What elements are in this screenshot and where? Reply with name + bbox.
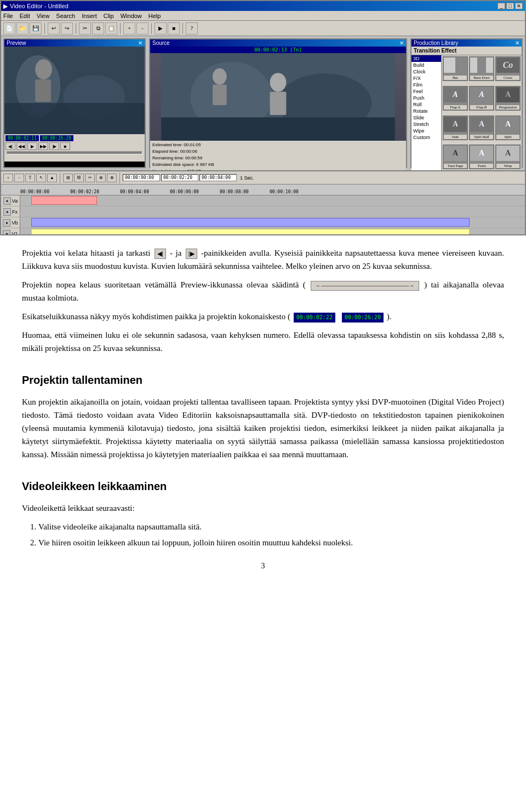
timecode-display-2: 00:00:26:20 xyxy=(342,313,384,323)
menu-window[interactable]: Window xyxy=(121,13,142,19)
effect-twist-preview: A xyxy=(470,146,493,161)
effect-flap-a[interactable]: A Flap A xyxy=(443,86,468,111)
redo-button[interactable]: ↪ xyxy=(61,22,73,34)
lib-cat-feel[interactable]: Feel xyxy=(411,88,441,95)
menu-view[interactable]: View xyxy=(37,13,50,19)
list-item-1-text: Valitse videoleike aikajanalta napsautta… xyxy=(38,522,202,531)
ruler-mark-0: 00:00:00:00 xyxy=(20,189,49,194)
svg-rect-3 xyxy=(4,103,145,134)
menu-file[interactable]: File xyxy=(3,13,13,19)
lib-cat-build[interactable]: Build xyxy=(411,62,441,68)
effect-barn-door[interactable]: Barn Door xyxy=(469,56,494,81)
open-button[interactable]: 📁 xyxy=(16,22,28,34)
timecode-display-1: 00:00:02:22 xyxy=(294,313,335,323)
clip-va-1[interactable] xyxy=(31,196,97,205)
svg-rect-5 xyxy=(35,79,51,102)
toolbar-sep4 xyxy=(151,23,152,34)
tl-razor-btn[interactable]: ✂ xyxy=(85,174,95,182)
lib-cat-film[interactable]: Film xyxy=(411,82,441,88)
ruler-mark-8: 00:00:08:00 xyxy=(220,189,249,194)
preview-ff-btn[interactable]: ▶▶ xyxy=(38,142,48,150)
track-row-v1 xyxy=(20,228,525,235)
menu-help[interactable]: Help xyxy=(148,13,161,19)
lib-cat-push[interactable]: Push xyxy=(411,95,441,101)
clip-vb-1[interactable] xyxy=(31,218,470,227)
cut-button[interactable]: ✂ xyxy=(79,22,91,34)
effect-wisp-preview: A xyxy=(496,146,519,161)
tl-rem-btn[interactable]: - xyxy=(14,174,24,182)
ruler-mark-10: 00:00:10:00 xyxy=(270,189,299,194)
lib-cat-stretch[interactable]: Stretch xyxy=(411,121,441,128)
preview-close[interactable]: ✕ xyxy=(138,40,142,46)
stop-button[interactable]: ■ xyxy=(168,22,180,34)
effect-turn-page[interactable]: A Turn Page xyxy=(443,145,468,169)
track-btn-vb[interactable]: ● xyxy=(3,219,10,227)
library-close[interactable]: ✕ xyxy=(515,40,519,46)
section2-list: Valitse videoleike aikajanalta napsautta… xyxy=(38,520,504,549)
menu-insert[interactable]: Insert xyxy=(82,13,97,19)
delete-button[interactable]: - xyxy=(136,22,148,34)
tl-split-btn[interactable]: ⊕ xyxy=(96,174,106,182)
svg-point-11 xyxy=(270,73,287,91)
menu-search[interactable]: Search xyxy=(56,13,75,19)
effect-flap-b[interactable]: A Flap B xyxy=(469,86,494,111)
menu-edit[interactable]: Edit xyxy=(20,13,30,19)
tl-merge-btn[interactable]: ⊗ xyxy=(107,174,117,182)
lib-cat-rotate[interactable]: Rotate xyxy=(411,108,441,114)
preview-position-slider[interactable] xyxy=(7,151,142,154)
close-button[interactable]: ✕ xyxy=(515,3,523,9)
tl-snap-btn[interactable]: ⊞ xyxy=(63,174,73,182)
preview-stop-btn[interactable]: ■ xyxy=(60,142,70,150)
effect-bar[interactable]: Bar xyxy=(443,56,468,81)
tl-up-btn[interactable]: ▲ xyxy=(47,174,57,182)
paste-button[interactable]: 📋 xyxy=(105,22,117,34)
add-button[interactable]: + xyxy=(123,22,135,34)
lib-cat-fx[interactable]: F/X xyxy=(411,75,441,82)
effect-side[interactable]: A Side xyxy=(443,116,468,140)
preview-title: Preview ✕ xyxy=(4,39,145,47)
track-btn-fx[interactable]: ● xyxy=(3,208,11,216)
lib-cat-clock[interactable]: Clock xyxy=(411,68,441,75)
tl-add-btn[interactable]: + xyxy=(3,174,13,182)
svg-rect-10 xyxy=(213,85,227,105)
lib-cat-slide[interactable]: Slide xyxy=(411,114,441,121)
preview-rewind-btn[interactable]: ◀◀ xyxy=(16,142,26,150)
effect-split-half[interactable]: A Split Half xyxy=(469,116,494,140)
timeline-area: + - T ↖ ▲ ⊞ ⛓ ✂ ⊕ ⊗ 00:00:00:00 00:00:02… xyxy=(1,170,525,235)
prev-frame-btn[interactable]: ◀| xyxy=(155,249,166,260)
track-btn-va[interactable]: ● xyxy=(3,197,11,205)
lib-cat-3d[interactable]: 3D xyxy=(411,55,441,62)
undo-button[interactable]: ↩ xyxy=(48,22,60,34)
menu-clip[interactable]: Clip xyxy=(104,13,114,19)
preview-next-btn[interactable]: |▶ xyxy=(49,142,59,150)
tl-arrow-btn[interactable]: ↖ xyxy=(36,174,46,182)
effect-split[interactable]: A Split xyxy=(495,116,521,140)
tl-link-btn[interactable]: ⛓ xyxy=(74,174,84,182)
preview-timecode-row: 00:00:02:11 00:00:26:20 xyxy=(5,135,144,141)
lib-cat-wipe[interactable]: Wipe xyxy=(411,128,441,134)
effect-cross[interactable]: Co Cross xyxy=(495,56,521,81)
clip-v1-1[interactable] xyxy=(31,229,470,235)
minimize-button[interactable]: _ xyxy=(498,3,505,9)
save-button[interactable]: 💾 xyxy=(30,22,42,34)
effect-progressive[interactable]: A Progressive xyxy=(495,86,521,111)
next-frame-btn[interactable]: |▶ xyxy=(186,249,197,260)
render-button[interactable]: ▶ xyxy=(155,22,167,34)
effect-twist[interactable]: A Twist xyxy=(469,145,494,169)
source-estimated-time: Estimated time: 00:01:05 xyxy=(152,142,404,148)
new-button[interactable]: 📄 xyxy=(3,22,15,34)
track-btn-v1[interactable]: ● xyxy=(3,230,10,236)
source-content xyxy=(150,53,406,141)
track-row-vb xyxy=(20,217,525,228)
preview-play-btn[interactable]: ▶ xyxy=(27,142,37,150)
lib-cat-custom[interactable]: Custom xyxy=(411,134,441,141)
help-icon-btn[interactable]: ? xyxy=(186,22,198,34)
tl-text-btn[interactable]: T xyxy=(25,174,35,182)
lib-cat-roll[interactable]: Roll xyxy=(411,101,441,108)
effect-wisp[interactable]: A Wisp xyxy=(495,145,521,169)
source-close[interactable]: ✕ xyxy=(399,40,404,46)
preview-prev-btn[interactable]: ◀| xyxy=(5,142,15,150)
copy-button[interactable]: ⧉ xyxy=(92,22,104,34)
position-slider-inline[interactable]: ←————————————————→ xyxy=(311,281,419,291)
maximize-button[interactable]: □ xyxy=(506,3,514,9)
